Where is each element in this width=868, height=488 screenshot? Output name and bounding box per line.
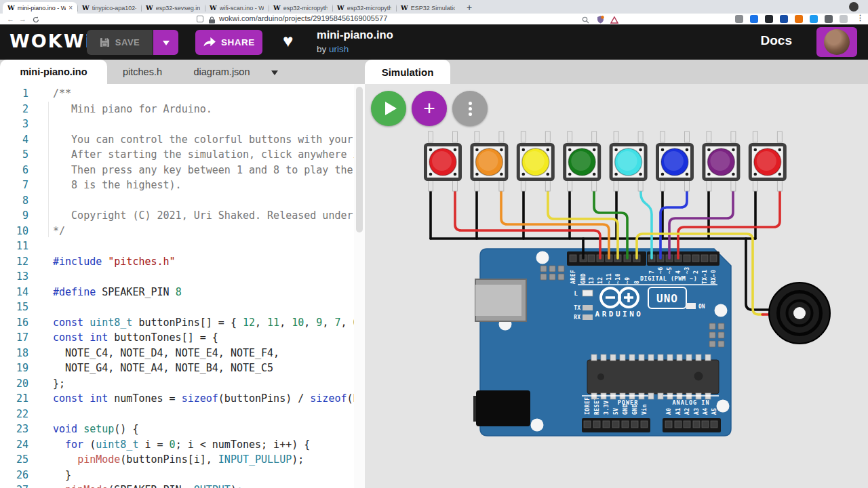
docs-link[interactable]: Docs [761,33,792,48]
browser-tab-title: esp32-micropython-wifi-scan.ino [283,5,328,12]
pushbutton-5-cyan[interactable] [611,131,646,191]
pushbutton-4-green[interactable] [565,131,599,191]
icsp-pin [709,332,715,338]
project-info: mini-piano.ino by urish [317,28,393,54]
extension-icon[interactable] [750,15,758,23]
chip-leg [620,354,625,361]
file-tabs-dropdown-icon[interactable] [271,70,278,79]
pushbutton-6-blue[interactable] [658,131,692,191]
padlock-icon[interactable] [209,15,215,24]
close-icon[interactable]: × [68,4,73,12]
search-icon[interactable] [582,15,589,24]
more-options-button[interactable] [452,91,488,126]
button-pin-leg [685,180,690,191]
share-button[interactable]: SHARE [195,30,262,55]
button-corner-pin [732,173,735,176]
new-tab-button[interactable]: + [467,3,472,12]
main-area: mini-piano.ino pitches.h diagram.json 1/… [0,60,868,488]
wire-btn6-pin6[interactable] [660,184,687,258]
extension-icon[interactable] [825,15,833,23]
tab-mini-piano-ino[interactable]: mini-piano.ino [0,60,107,84]
favorite-heart-icon[interactable]: ♥ [283,30,293,51]
wokwi-logo[interactable]: WOKWi [9,30,93,52]
avatar-button[interactable] [816,27,857,57]
save-button[interactable]: SAVE [87,30,153,55]
author-link[interactable]: urish [329,44,349,54]
icsp-pin [540,274,547,280]
tab-simulation[interactable]: Simulation [365,60,450,84]
tab-pitches-h[interactable]: pitches.h [107,60,178,84]
line-number: 18 [0,346,28,361]
pushbutton-7-purple[interactable] [704,131,738,191]
wire-btn8-pin4[interactable] [678,184,780,258]
pushbutton-1-red[interactable] [426,131,460,191]
analog-pin-A0 [665,421,672,428]
pushbutton-2-orange[interactable] [472,131,507,191]
extension-icon[interactable] [810,15,818,23]
wokwi-favicon: W [401,4,408,12]
tab-diagram-json[interactable]: diagram.json [178,60,266,84]
board-brand: ARDUINO [595,310,644,319]
forward-button[interactable]: → [19,14,26,24]
browser-tab-7[interactable]: WESP32 Simulation | Wokwi Docs [396,2,460,14]
reload-button[interactable] [33,15,39,24]
code-editor[interactable]: 1/**2 Mini piano for Arduino.34 You can … [0,84,365,488]
browser-tab-1[interactable]: Wmini-piano.ino - Wokwi Arduin× [3,2,77,14]
play-button[interactable] [371,91,406,126]
line-number: 14 [0,285,28,300]
browser-profile-icon[interactable] [849,2,859,12]
code-line: 4 You can control the colorful buttons w… [0,132,365,148]
scrollbar-thumb[interactable] [356,87,363,232]
button-pin-leg [545,131,550,142]
wire-btn2-pin11[interactable] [501,184,609,258]
browser-tab-2[interactable]: Wtinypico-apa102-cycle.ino - Wokw [77,2,141,14]
button-pin-leg [429,180,433,191]
save-dropdown-button[interactable] [153,30,178,55]
pushbutton-8-red[interactable] [750,131,785,191]
editor-scrollbar[interactable] [354,84,365,488]
chip-leg [591,354,597,361]
url-text[interactable]: wokwi.com/arduino/projects/2919584561690… [219,14,387,22]
browser-tab-6[interactable]: Wesp32-micropython-neopixels - W [332,2,396,14]
code-line: 8 [0,193,365,209]
side-panel-icon[interactable] [197,16,203,22]
buzzer[interactable] [769,283,830,344]
extension-icon[interactable] [840,15,848,23]
code-line: 25 pinMode(buttonPins[i], INPUT_PULLUP); [0,452,365,468]
line-number: 27 [0,483,28,488]
browser-tab-4[interactable]: Wwifi-scan.ino - Wokwi Arduino Sim [205,2,269,14]
pin-label-5V: 5V [613,407,619,415]
extension-icon[interactable] [795,15,803,23]
extension-icon[interactable] [765,15,773,23]
code-line: 11 [0,239,365,254]
button-corner-pin [500,148,503,152]
browser-tab-5[interactable]: Wesp32-micropython-wifi-scan.ino [269,2,332,14]
back-button[interactable]: ← [7,14,14,24]
button-cap-highlight [664,151,684,171]
icsp-pin [558,266,564,272]
button-pin-leg [707,180,711,191]
button-corner-pin [661,173,665,176]
extension-icon[interactable] [780,15,788,23]
pin-label-A2: A2 [684,407,690,415]
wire-btn5-pin7[interactable] [641,184,652,258]
extension-icon[interactable] [735,15,743,23]
browser-tab-3[interactable]: Wesp32-sevseg.ino - Wokwi Arduin [141,2,205,14]
simulation-canvas[interactable]: AREFGND1312~11~10~987~6~54~32TX→1RX←0IOR… [365,84,868,488]
add-part-button[interactable]: + [412,91,447,126]
button-pin-leg [614,180,618,191]
share-label: SHARE [221,37,255,47]
led-on [686,303,696,309]
button-corner-pin [707,173,711,176]
warning-triangle-icon[interactable] [610,15,618,24]
browser-menu-icon[interactable]: ⋮ [856,14,864,22]
button-corner-pin [568,173,572,176]
indent-guide [48,102,49,237]
pin-label-13: 13 [589,277,595,284]
share-arrow-icon [203,37,216,47]
shield-icon[interactable] [597,15,604,24]
pushbutton-3-yellow[interactable] [518,131,553,191]
power-pin-GND [631,421,638,428]
arduino-uno-board[interactable]: AREFGND1312~11~10~987~6~54~32TX→1RX←0IOR… [473,249,731,436]
wire-buzzer-gnd[interactable] [746,239,774,310]
